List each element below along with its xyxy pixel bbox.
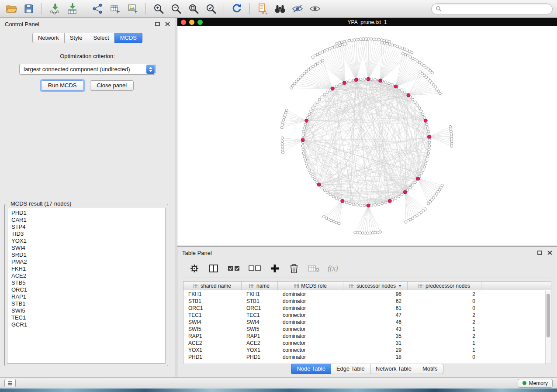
network-node[interactable]	[314, 178, 316, 181]
style-preview-icon[interactable]	[291, 2, 304, 16]
network-node[interactable]	[339, 83, 341, 86]
network-node[interactable]	[370, 204, 373, 207]
task-history-button[interactable]	[4, 379, 16, 387]
network-node[interactable]	[381, 41, 383, 44]
network-node[interactable]	[302, 152, 305, 155]
dominator-node[interactable]	[388, 199, 391, 203]
network-node[interactable]	[344, 43, 346, 45]
network-node[interactable]	[336, 45, 339, 48]
network-node[interactable]	[321, 51, 324, 53]
network-node[interactable]	[401, 89, 403, 91]
network-node[interactable]	[356, 38, 358, 41]
network-node[interactable]	[301, 144, 304, 147]
network-node[interactable]	[304, 159, 307, 162]
save-session-icon[interactable]	[22, 2, 36, 16]
network-node[interactable]	[321, 96, 323, 98]
network-node[interactable]	[398, 195, 400, 198]
network-node[interactable]	[343, 40, 346, 43]
network-node[interactable]	[341, 43, 344, 46]
network-node[interactable]	[339, 44, 341, 47]
network-node[interactable]	[379, 230, 382, 233]
network-node[interactable]	[450, 138, 453, 140]
network-node[interactable]	[412, 98, 414, 101]
network-node[interactable]	[377, 231, 379, 234]
zoom-fit-icon[interactable]	[187, 2, 201, 16]
network-node[interactable]	[304, 123, 307, 126]
table-row[interactable]: YOX1YOX1connector291	[183, 347, 545, 354]
column-header-successor-nodes[interactable]: successor nodes▾	[343, 282, 408, 290]
network-node[interactable]	[424, 208, 426, 210]
network-node[interactable]	[306, 165, 309, 168]
dominator-node[interactable]	[367, 204, 370, 207]
network-node[interactable]	[284, 111, 287, 114]
network-node[interactable]	[281, 148, 284, 151]
network-node[interactable]	[323, 93, 326, 96]
dominator-node[interactable]	[343, 81, 346, 85]
add-column-icon[interactable]	[269, 262, 280, 275]
zoom-out-icon[interactable]	[169, 2, 183, 16]
network-node[interactable]	[316, 101, 318, 103]
memory-button[interactable]: Memory	[518, 379, 553, 388]
mcds-result-item[interactable]: SRD1	[7, 251, 165, 258]
network-node[interactable]	[423, 117, 426, 119]
network-node[interactable]	[401, 47, 404, 49]
network-node[interactable]	[281, 151, 284, 154]
network-node[interactable]	[426, 127, 429, 129]
network-node[interactable]	[349, 80, 351, 83]
table-row[interactable]: ORC1ORC1dominator610	[183, 305, 545, 312]
export-network-icon[interactable]	[91, 2, 105, 16]
network-node[interactable]	[391, 44, 394, 46]
network-node[interactable]	[414, 181, 416, 184]
network-node[interactable]	[311, 56, 314, 58]
mcds-result-item[interactable]: YOX1	[7, 237, 165, 244]
clipboard-share-icon[interactable]	[256, 2, 270, 16]
network-node[interactable]	[370, 38, 373, 40]
network-node[interactable]	[388, 82, 391, 85]
network-node[interactable]	[323, 189, 326, 192]
tab-select[interactable]: Select	[88, 33, 115, 43]
network-node[interactable]	[323, 49, 326, 52]
network-node[interactable]	[326, 191, 329, 194]
network-node[interactable]	[319, 61, 322, 63]
network-node[interactable]	[302, 134, 304, 137]
network-node[interactable]	[329, 48, 331, 50]
network-node[interactable]	[367, 232, 369, 234]
network-node[interactable]	[428, 144, 431, 147]
network-node[interactable]	[409, 186, 412, 189]
mcds-result-item[interactable]: RAP1	[7, 293, 165, 300]
mcds-result-item[interactable]: GCR1	[7, 321, 165, 328]
open-session-icon[interactable]	[4, 2, 18, 16]
dominator-node[interactable]	[394, 85, 398, 88]
refresh-layout-icon[interactable]	[230, 2, 244, 16]
network-node[interactable]	[422, 169, 424, 172]
network-node[interactable]	[374, 204, 377, 206]
network-node[interactable]	[310, 172, 312, 175]
network-node[interactable]	[412, 184, 414, 186]
network-node[interactable]	[381, 39, 383, 41]
network-node[interactable]	[303, 155, 306, 158]
network-node[interactable]	[297, 78, 300, 81]
network-node[interactable]	[305, 162, 308, 165]
network-node[interactable]	[312, 65, 315, 68]
network-node[interactable]	[450, 133, 453, 135]
network-node[interactable]	[449, 125, 452, 128]
network-node[interactable]	[350, 39, 353, 41]
network-node[interactable]	[325, 217, 328, 220]
table-row[interactable]: TEC1TEC1connector472	[183, 312, 545, 319]
network-node[interactable]	[332, 220, 335, 223]
network-node[interactable]	[365, 38, 367, 40]
network-node[interactable]	[290, 86, 293, 89]
mcds-result-item[interactable]: TID3	[7, 230, 165, 237]
network-node[interactable]	[282, 119, 285, 121]
delete-column-icon[interactable]	[288, 262, 300, 275]
network-node[interactable]	[369, 232, 371, 234]
table-row[interactable]: ACE2ACE2connector311	[183, 340, 545, 347]
network-node[interactable]	[301, 74, 304, 77]
network-node[interactable]	[374, 79, 377, 81]
mcds-result-item[interactable]: SWI4	[7, 244, 165, 251]
network-node[interactable]	[281, 145, 284, 148]
network-node[interactable]	[346, 40, 348, 42]
network-node[interactable]	[314, 104, 316, 107]
export-table-icon[interactable]	[108, 2, 122, 16]
run-mcds-button[interactable]: Run MCDS	[41, 80, 84, 91]
